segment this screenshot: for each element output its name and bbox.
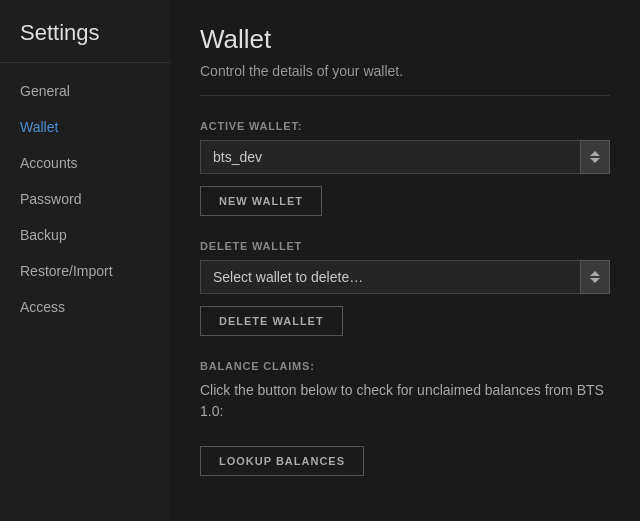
page-title: Wallet — [200, 24, 610, 55]
sidebar-item-access[interactable]: Access — [0, 289, 170, 325]
sidebar-title: Settings — [0, 20, 170, 63]
balance-claims-description: Click the button below to check for uncl… — [200, 380, 610, 422]
page-subtitle: Control the details of your wallet. — [200, 63, 610, 79]
sidebar-item-wallet[interactable]: Wallet — [0, 109, 170, 145]
active-wallet-select[interactable]: bts_dev — [200, 140, 610, 174]
balance-claims-section: Balance Claims: Click the button below t… — [200, 360, 610, 476]
new-wallet-button[interactable]: NEW WALLET — [200, 186, 322, 216]
delete-wallet-select[interactable]: Select wallet to delete… — [200, 260, 610, 294]
active-wallet-select-wrapper: bts_dev — [200, 140, 610, 174]
balance-claims-label: Balance Claims: — [200, 360, 610, 372]
delete-wallet-button[interactable]: DELETE WALLET — [200, 306, 343, 336]
delete-wallet-select-wrapper: Select wallet to delete… — [200, 260, 610, 294]
active-wallet-label: Active Wallet: — [200, 120, 610, 132]
sidebar: Settings General Wallet Accounts Passwor… — [0, 0, 170, 521]
sidebar-item-general[interactable]: General — [0, 73, 170, 109]
sidebar-item-password[interactable]: Password — [0, 181, 170, 217]
sidebar-item-backup[interactable]: Backup — [0, 217, 170, 253]
active-wallet-section: Active Wallet: bts_dev NEW WALLET — [200, 120, 610, 216]
divider — [200, 95, 610, 96]
main-content: Wallet Control the details of your walle… — [170, 0, 640, 521]
delete-wallet-section: Delete Wallet Select wallet to delete… D… — [200, 240, 610, 336]
sidebar-item-accounts[interactable]: Accounts — [0, 145, 170, 181]
lookup-balances-button[interactable]: LOOKUP BALANCES — [200, 446, 364, 476]
delete-wallet-label: Delete Wallet — [200, 240, 610, 252]
sidebar-item-restore[interactable]: Restore/Import — [0, 253, 170, 289]
